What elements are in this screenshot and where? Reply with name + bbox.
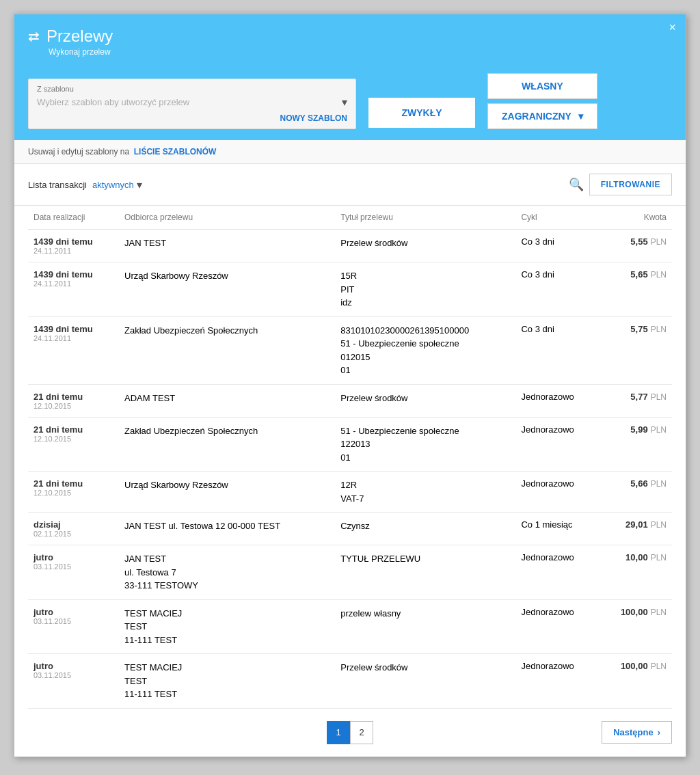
new-template-link-container: NOWY SZABLON xyxy=(37,113,347,123)
date-main: 1439 dni temu xyxy=(33,324,113,334)
date-main: dzisiaj xyxy=(33,519,113,530)
header-title-row: ⇄ Przelewy xyxy=(28,27,672,46)
date-sub: 03.11.2015 xyxy=(33,671,113,679)
col-title: Tytuł przelewu xyxy=(335,206,515,230)
date-sub: 12.10.2015 xyxy=(33,402,113,410)
recipient-cell: Zakład Ubezpieczeń Społecznych xyxy=(119,417,335,472)
currency-label: PLN xyxy=(651,270,667,280)
table-header-row: Data realizacji Odbiorca przelewu Tytuł … xyxy=(28,206,672,230)
date-main: 21 dni temu xyxy=(33,392,113,402)
recipient-cell: Urząd Skarbowy Rzeszów xyxy=(119,472,335,513)
title-cell: TYTUŁ PRZELEWU xyxy=(335,545,515,600)
col-date: Data realizacji xyxy=(28,206,119,230)
next-button[interactable]: Następne › xyxy=(602,721,672,744)
template-section: Z szablonu Wybierz szablon aby utworzyć … xyxy=(28,79,356,129)
amount-cell: 5,75PLN xyxy=(598,316,672,384)
amount-cell: 5,65PLN xyxy=(598,262,672,317)
amount-cell: 5,99PLN xyxy=(598,417,672,472)
page-1-button[interactable]: 1 xyxy=(327,721,350,744)
templates-bar-text: Usuwaj i edytuj szablony na xyxy=(28,147,129,157)
currency-label: PLN xyxy=(651,392,667,402)
amount-cell: 5,55PLN xyxy=(598,230,672,262)
table-row[interactable]: jutro03.11.2015JAN TESTul. Testowa 733-1… xyxy=(28,545,672,600)
amount-value: 100,00 xyxy=(621,607,648,617)
template-select-row[interactable]: Wybierz szablon aby utworzyć przelew ▾ xyxy=(37,96,347,109)
title-cell: Przelew środków xyxy=(335,654,515,709)
amount-cell: 5,66PLN xyxy=(598,472,672,513)
amount-value: 10,00 xyxy=(625,552,648,562)
currency-label: PLN xyxy=(651,662,667,671)
title-cell: Przelew środków xyxy=(335,384,515,417)
cycle-cell: Jednorazowo xyxy=(515,472,598,513)
currency-label: PLN xyxy=(651,479,667,489)
list-controls: Lista transakcji aktywnych ▾ 🔍 FILTROWAN… xyxy=(14,164,686,206)
zwykly-button[interactable]: ZWYKŁY xyxy=(367,96,476,129)
next-arrow-icon: › xyxy=(658,727,660,737)
date-main: 1439 dni temu xyxy=(33,269,113,280)
currency-label: PLN xyxy=(651,553,667,562)
recipient-cell: JAN TESTul. Testowa 733-111 TESTOWY xyxy=(119,545,335,600)
title-cell: Czynsz xyxy=(335,513,515,545)
right-buttons: WŁASNY ZAGRANICZNY ▾ xyxy=(487,73,597,129)
recipient-cell: Zakład Ubezpieczeń Społecznych xyxy=(119,316,335,384)
pagination: 1 2 Następne › xyxy=(14,709,686,757)
date-sub: 03.11.2015 xyxy=(33,562,113,571)
date-main: 1439 dni temu xyxy=(33,236,113,247)
currency-label: PLN xyxy=(651,325,667,334)
date-main: jutro xyxy=(33,607,113,617)
date-sub: 24.11.2011 xyxy=(33,334,113,342)
amount-value: 5,55 xyxy=(630,236,647,247)
col-amount: Kwota xyxy=(598,206,672,230)
amount-value: 29,01 xyxy=(625,519,648,530)
currency-label: PLN xyxy=(651,425,667,435)
zagraniczny-arrow: ▾ xyxy=(578,111,583,122)
table-row[interactable]: jutro03.11.2015TEST MACIEJTEST11-111 TES… xyxy=(28,654,672,709)
header: ⇄ Przelewy Wykonaj przelew × xyxy=(14,14,686,66)
date-sub: 03.11.2015 xyxy=(33,617,113,625)
next-label: Następne xyxy=(613,727,654,737)
wlasny-button[interactable]: WŁASNY xyxy=(487,73,597,99)
transactions-table: Data realizacji Odbiorca przelewu Tytuł … xyxy=(28,206,672,709)
amount-value: 5,66 xyxy=(630,478,647,489)
amount-value: 5,99 xyxy=(630,424,647,435)
search-button[interactable]: 🔍 xyxy=(569,177,584,192)
recipient-cell: TEST MACIEJTEST11-111 TEST xyxy=(119,654,335,709)
list-dropdown-value: aktywnych xyxy=(92,180,134,190)
table-row[interactable]: 1439 dni temu24.11.2011Urząd Skarbowy Rz… xyxy=(28,262,672,317)
table-row[interactable]: 21 dni temu12.10.2015ADAM TESTPrzelew śr… xyxy=(28,384,672,417)
table-row[interactable]: 21 dni temu12.10.2015Zakład Ubezpieczeń … xyxy=(28,417,672,472)
cycle-cell: Co 1 miesiąc xyxy=(515,513,598,545)
list-dropdown[interactable]: aktywnych ▾ xyxy=(92,178,142,191)
template-dropdown-arrow: ▾ xyxy=(342,96,347,109)
page-2-button[interactable]: 2 xyxy=(350,721,373,744)
currency-label: PLN xyxy=(651,608,667,617)
transfer-icon: ⇄ xyxy=(28,28,40,44)
col-recipient: Odbiorca przelewu xyxy=(119,206,335,230)
title-cell: 15RPITidz xyxy=(335,262,515,317)
table-row[interactable]: 1439 dni temu24.11.2011JAN TESTPrzelew ś… xyxy=(28,230,672,262)
cycle-cell: Jednorazowo xyxy=(515,599,598,654)
currency-label: PLN xyxy=(651,520,667,530)
filter-button[interactable]: FILTROWANIE xyxy=(589,174,672,195)
amount-value: 5,75 xyxy=(630,324,647,334)
title-cell: Przelew środków xyxy=(335,230,515,262)
search-icon: 🔍 xyxy=(569,178,584,191)
templates-list-link[interactable]: LIŚCIE SZABLONÓW xyxy=(134,147,217,157)
transfer-controls: Z szablonu Wybierz szablon aby utworzyć … xyxy=(14,66,686,140)
table-row[interactable]: dzisiaj02.11.2015JAN TEST ul. Testowa 12… xyxy=(28,513,672,545)
date-sub: 24.11.2011 xyxy=(33,247,113,255)
main-window: ⇄ Przelewy Wykonaj przelew × Z szablonu … xyxy=(14,14,686,757)
recipient-cell: ADAM TEST xyxy=(119,384,335,417)
table-row[interactable]: 21 dni temu12.10.2015Urząd Skarbowy Rzes… xyxy=(28,472,672,513)
table-row[interactable]: 1439 dni temu24.11.2011Zakład Ubezpiecze… xyxy=(28,316,672,384)
zagraniczny-button[interactable]: ZAGRANICZNY ▾ xyxy=(487,103,597,129)
cycle-cell: Jednorazowo xyxy=(515,384,598,417)
date-sub: 12.10.2015 xyxy=(33,435,113,443)
list-dropdown-arrow: ▾ xyxy=(137,178,142,191)
title-cell: 51 - Ubezpieczenie społeczne12201301 xyxy=(335,417,515,472)
new-template-link[interactable]: NOWY SZABLON xyxy=(280,113,347,123)
cycle-cell: Jednorazowo xyxy=(515,654,598,709)
table-row[interactable]: jutro03.11.2015TEST MACIEJTEST11-111 TES… xyxy=(28,599,672,654)
date-sub: 02.11.2015 xyxy=(33,530,113,538)
close-button[interactable]: × xyxy=(669,21,676,33)
